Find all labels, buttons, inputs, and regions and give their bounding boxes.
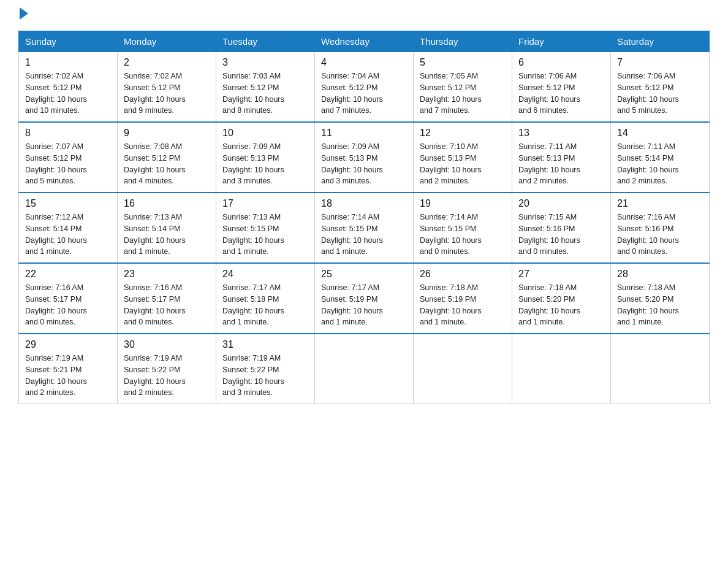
day-number: 5 <box>420 57 506 68</box>
day-number: 21 <box>617 198 703 209</box>
day-info: Sunrise: 7:03 AMSunset: 5:12 PMDaylight:… <box>222 71 308 117</box>
day-info: Sunrise: 7:16 AMSunset: 5:17 PMDaylight:… <box>25 282 111 328</box>
calendar-cell: 5Sunrise: 7:05 AMSunset: 5:12 PMDaylight… <box>414 52 512 123</box>
calendar-cell <box>315 334 414 404</box>
day-number: 13 <box>518 128 604 139</box>
day-number: 1 <box>25 57 111 68</box>
day-number: 27 <box>518 269 604 280</box>
day-info: Sunrise: 7:10 AMSunset: 5:13 PMDaylight:… <box>420 141 506 187</box>
day-number: 4 <box>321 57 407 68</box>
calendar-cell: 9Sunrise: 7:08 AMSunset: 5:12 PMDaylight… <box>118 122 216 193</box>
calendar-cell: 29Sunrise: 7:19 AMSunset: 5:21 PMDayligh… <box>19 334 118 404</box>
calendar-cell: 23Sunrise: 7:16 AMSunset: 5:17 PMDayligh… <box>118 263 216 334</box>
day-info: Sunrise: 7:16 AMSunset: 5:16 PMDaylight:… <box>617 212 703 258</box>
calendar-cell <box>512 334 611 404</box>
column-header-sunday: Sunday <box>19 31 118 52</box>
logo <box>18 12 28 20</box>
day-info: Sunrise: 7:18 AMSunset: 5:20 PMDaylight:… <box>518 282 604 328</box>
calendar-cell: 16Sunrise: 7:13 AMSunset: 5:14 PMDayligh… <box>118 193 216 263</box>
calendar-cell: 28Sunrise: 7:18 AMSunset: 5:20 PMDayligh… <box>611 263 710 334</box>
day-number: 15 <box>25 198 111 209</box>
calendar-cell: 31Sunrise: 7:19 AMSunset: 5:22 PMDayligh… <box>216 334 315 404</box>
calendar-cell: 15Sunrise: 7:12 AMSunset: 5:14 PMDayligh… <box>19 193 118 263</box>
calendar-cell: 30Sunrise: 7:19 AMSunset: 5:22 PMDayligh… <box>118 334 216 404</box>
day-info: Sunrise: 7:14 AMSunset: 5:15 PMDaylight:… <box>420 212 506 258</box>
calendar-cell: 24Sunrise: 7:17 AMSunset: 5:18 PMDayligh… <box>216 263 315 334</box>
day-number: 29 <box>25 339 111 350</box>
week-row-1: 1Sunrise: 7:02 AMSunset: 5:12 PMDaylight… <box>19 52 710 123</box>
calendar-cell: 21Sunrise: 7:16 AMSunset: 5:16 PMDayligh… <box>611 193 710 263</box>
day-number: 17 <box>222 198 308 209</box>
day-number: 18 <box>321 198 407 209</box>
calendar-cell: 8Sunrise: 7:07 AMSunset: 5:12 PMDaylight… <box>19 122 118 193</box>
day-info: Sunrise: 7:08 AMSunset: 5:12 PMDaylight:… <box>124 141 210 187</box>
calendar-cell: 27Sunrise: 7:18 AMSunset: 5:20 PMDayligh… <box>512 263 611 334</box>
calendar-cell: 26Sunrise: 7:18 AMSunset: 5:19 PMDayligh… <box>414 263 512 334</box>
page-header <box>18 12 710 20</box>
day-number: 26 <box>420 269 506 280</box>
day-info: Sunrise: 7:02 AMSunset: 5:12 PMDaylight:… <box>124 71 210 117</box>
day-number: 24 <box>222 269 308 280</box>
calendar-cell <box>611 334 710 404</box>
column-header-thursday: Thursday <box>414 31 512 52</box>
calendar-cell <box>414 334 512 404</box>
day-number: 11 <box>321 128 407 139</box>
day-info: Sunrise: 7:19 AMSunset: 5:21 PMDaylight:… <box>25 353 111 399</box>
day-number: 20 <box>518 198 604 209</box>
calendar-cell: 4Sunrise: 7:04 AMSunset: 5:12 PMDaylight… <box>315 52 414 123</box>
calendar-cell: 25Sunrise: 7:17 AMSunset: 5:19 PMDayligh… <box>315 263 414 334</box>
day-info: Sunrise: 7:13 AMSunset: 5:15 PMDaylight:… <box>222 212 308 258</box>
header-row: SundayMondayTuesdayWednesdayThursdayFrid… <box>19 31 710 52</box>
day-info: Sunrise: 7:11 AMSunset: 5:13 PMDaylight:… <box>518 141 604 187</box>
column-header-saturday: Saturday <box>611 31 710 52</box>
day-info: Sunrise: 7:11 AMSunset: 5:14 PMDaylight:… <box>617 141 703 187</box>
calendar-cell: 2Sunrise: 7:02 AMSunset: 5:12 PMDaylight… <box>118 52 216 123</box>
day-info: Sunrise: 7:12 AMSunset: 5:14 PMDaylight:… <box>25 212 111 258</box>
calendar-cell: 17Sunrise: 7:13 AMSunset: 5:15 PMDayligh… <box>216 193 315 263</box>
calendar-cell: 20Sunrise: 7:15 AMSunset: 5:16 PMDayligh… <box>512 193 611 263</box>
day-info: Sunrise: 7:04 AMSunset: 5:12 PMDaylight:… <box>321 71 407 117</box>
calendar-cell: 1Sunrise: 7:02 AMSunset: 5:12 PMDaylight… <box>19 52 118 123</box>
day-number: 14 <box>617 128 703 139</box>
column-header-tuesday: Tuesday <box>216 31 315 52</box>
calendar-cell: 10Sunrise: 7:09 AMSunset: 5:13 PMDayligh… <box>216 122 315 193</box>
day-number: 19 <box>420 198 506 209</box>
day-info: Sunrise: 7:13 AMSunset: 5:14 PMDaylight:… <box>124 212 210 258</box>
day-number: 10 <box>222 128 308 139</box>
calendar-cell: 22Sunrise: 7:16 AMSunset: 5:17 PMDayligh… <box>19 263 118 334</box>
day-info: Sunrise: 7:17 AMSunset: 5:19 PMDaylight:… <box>321 282 407 328</box>
calendar-cell: 14Sunrise: 7:11 AMSunset: 5:14 PMDayligh… <box>611 122 710 193</box>
calendar-cell: 11Sunrise: 7:09 AMSunset: 5:13 PMDayligh… <box>315 122 414 193</box>
day-info: Sunrise: 7:18 AMSunset: 5:20 PMDaylight:… <box>617 282 703 328</box>
column-header-wednesday: Wednesday <box>315 31 414 52</box>
day-number: 31 <box>222 339 308 350</box>
calendar-cell: 19Sunrise: 7:14 AMSunset: 5:15 PMDayligh… <box>414 193 512 263</box>
day-number: 22 <box>25 269 111 280</box>
day-info: Sunrise: 7:09 AMSunset: 5:13 PMDaylight:… <box>321 141 407 187</box>
day-number: 30 <box>124 339 210 350</box>
day-number: 12 <box>420 128 506 139</box>
day-info: Sunrise: 7:14 AMSunset: 5:15 PMDaylight:… <box>321 212 407 258</box>
day-info: Sunrise: 7:19 AMSunset: 5:22 PMDaylight:… <box>124 353 210 399</box>
calendar-table: SundayMondayTuesdayWednesdayThursdayFrid… <box>18 31 710 404</box>
day-info: Sunrise: 7:02 AMSunset: 5:12 PMDaylight:… <box>25 71 111 117</box>
day-info: Sunrise: 7:07 AMSunset: 5:12 PMDaylight:… <box>25 141 111 187</box>
column-header-monday: Monday <box>118 31 216 52</box>
column-header-friday: Friday <box>512 31 611 52</box>
calendar-cell: 12Sunrise: 7:10 AMSunset: 5:13 PMDayligh… <box>414 122 512 193</box>
logo-arrow-icon <box>20 7 28 20</box>
day-number: 3 <box>222 57 308 68</box>
week-row-5: 29Sunrise: 7:19 AMSunset: 5:21 PMDayligh… <box>19 334 710 404</box>
day-info: Sunrise: 7:18 AMSunset: 5:19 PMDaylight:… <box>420 282 506 328</box>
day-info: Sunrise: 7:09 AMSunset: 5:13 PMDaylight:… <box>222 141 308 187</box>
calendar-cell: 6Sunrise: 7:06 AMSunset: 5:12 PMDaylight… <box>512 52 611 123</box>
calendar-cell: 7Sunrise: 7:06 AMSunset: 5:12 PMDaylight… <box>611 52 710 123</box>
day-info: Sunrise: 7:17 AMSunset: 5:18 PMDaylight:… <box>222 282 308 328</box>
calendar-cell: 3Sunrise: 7:03 AMSunset: 5:12 PMDaylight… <box>216 52 315 123</box>
day-number: 9 <box>124 128 210 139</box>
week-row-3: 15Sunrise: 7:12 AMSunset: 5:14 PMDayligh… <box>19 193 710 263</box>
day-info: Sunrise: 7:06 AMSunset: 5:12 PMDaylight:… <box>617 71 703 117</box>
week-row-2: 8Sunrise: 7:07 AMSunset: 5:12 PMDaylight… <box>19 122 710 193</box>
day-number: 7 <box>617 57 703 68</box>
calendar-cell: 13Sunrise: 7:11 AMSunset: 5:13 PMDayligh… <box>512 122 611 193</box>
